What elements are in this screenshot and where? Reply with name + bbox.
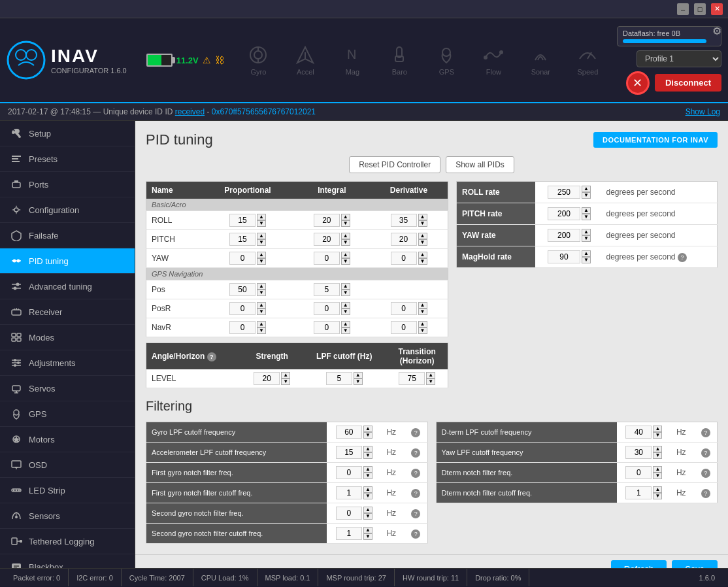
minimize-button[interactable]: – <box>677 3 689 15</box>
posr-i-input[interactable]: ▲▼ <box>299 302 365 315</box>
dterm-notch-cutoff-input[interactable]: ▲▼ <box>622 486 666 499</box>
dterm-notch-cutoff-help[interactable]: ? <box>701 489 710 498</box>
disconnect-button[interactable]: Disconnect <box>655 74 721 92</box>
gyro-notch1-cutoff-input[interactable]: ▲▼ <box>332 486 376 499</box>
sidebar-item-adjustments[interactable]: Adjustments <box>0 350 135 376</box>
accel-lpf-help[interactable]: ? <box>411 448 420 458</box>
show-all-pids-button[interactable]: Show all PIDs <box>446 156 514 173</box>
navr-d-input[interactable]: ▲▼ <box>375 321 442 334</box>
roll-rate-input[interactable]: ▲▼ <box>540 186 599 199</box>
yaw-rate-input[interactable]: ▲▼ <box>540 229 599 242</box>
col-strength: Strength <box>242 343 302 370</box>
sidebar-item-gps[interactable]: GPS <box>0 401 135 427</box>
sidebar-item-presets[interactable]: Presets <box>0 146 135 172</box>
filter-left-col: Gyro LPF cutoff frequency ▲▼ Hz ? Accele… <box>146 422 428 544</box>
gyro-notch1-cutoff-help[interactable]: ? <box>411 489 420 498</box>
sidebar-item-servos[interactable]: Servos <box>0 376 135 401</box>
gyro-notch2-input[interactable]: ▲▼ <box>332 507 376 520</box>
documentation-button[interactable]: DOCUMENTATION FOR INAV <box>593 132 718 148</box>
maghold-help-icon[interactable]: ? <box>678 253 687 262</box>
svg-point-54 <box>15 516 18 518</box>
maximize-button[interactable]: □ <box>694 3 706 15</box>
show-log-link[interactable]: Show Log <box>686 107 720 116</box>
posr-d-input[interactable]: ▲▼ <box>375 302 442 315</box>
nav-sonar[interactable]: Sonar <box>518 41 563 80</box>
yaw-lpf-input[interactable]: ▲▼ <box>622 446 666 459</box>
pos-p-input[interactable]: ▲▼ <box>207 283 288 296</box>
sidebar-item-setup[interactable]: Setup <box>0 121 135 146</box>
sidebar-item-osd[interactable]: OSD <box>0 452 135 478</box>
sidebar-item-blackbox[interactable]: Blackbox <box>0 554 135 568</box>
pitch-rate-input[interactable]: ▲▼ <box>540 207 599 220</box>
gyro-notch2-cutoff-input[interactable]: ▲▼ <box>332 527 376 540</box>
dterm-lpf-input[interactable]: ▲▼ <box>622 426 666 439</box>
sidebar-item-led-strip[interactable]: LED Strip <box>0 478 135 503</box>
section-gps-nav: GPS Navigation <box>146 268 448 280</box>
received-link[interactable]: received <box>175 107 205 116</box>
pitch-d-input[interactable]: ▲▼ <box>375 233 442 246</box>
gyro-notch2-cutoff-help[interactable]: ? <box>411 529 420 539</box>
level-lpf-input[interactable]: ▲▼ <box>307 372 381 385</box>
yaw-name: YAW <box>146 249 202 268</box>
posr-p-input[interactable]: ▲▼ <box>207 302 288 315</box>
nav-speed[interactable]: Speed <box>565 41 610 80</box>
svg-point-1 <box>16 50 26 60</box>
nav-gyro[interactable]: Gyro <box>236 41 280 80</box>
nav-mag[interactable]: N Mag <box>330 41 374 80</box>
dterm-lpf-help[interactable]: ? <box>701 428 710 437</box>
yaw-p-input[interactable]: ▲▼ <box>207 252 288 265</box>
pitch-i-input[interactable]: ▲▼ <box>299 233 365 246</box>
table-row: PITCH ▲▼ ▲▼ ▲▼ <box>146 230 448 249</box>
dterm-notch-help[interactable]: ? <box>701 469 710 478</box>
sidebar-item-receiver[interactable]: Receiver <box>0 299 135 325</box>
refresh-button[interactable]: Refresh <box>611 560 667 568</box>
pitch-p-input[interactable]: ▲▼ <box>207 233 288 246</box>
status-bar: Packet error: 0 I2C error: 0 Cycle Time:… <box>0 568 728 586</box>
dataflash-info: Dataflash: free 0B <box>617 26 721 46</box>
gyro-notch1-input[interactable]: ▲▼ <box>332 466 376 479</box>
sidebar-item-sensors[interactable]: Sensors <box>0 503 135 529</box>
yaw-lpf-help[interactable]: ? <box>701 448 710 458</box>
nav-accel[interactable]: Accel <box>283 41 327 80</box>
gyro-notch2-help[interactable]: ? <box>411 509 420 518</box>
sidebar-item-ports[interactable]: Ports <box>0 172 135 197</box>
sidebar-item-motors[interactable]: Motors <box>0 427 135 452</box>
reset-pid-button[interactable]: Reset PID Controller <box>349 156 440 173</box>
speed-icon <box>577 44 598 65</box>
sidebar-item-failsafe[interactable]: Failsafe <box>0 223 135 248</box>
sidebar-item-modes[interactable]: Modes <box>0 325 135 350</box>
yaw-i-input[interactable]: ▲▼ <box>299 252 365 265</box>
warning-icon: ⚠ <box>203 55 211 65</box>
close-button[interactable]: ✕ <box>711 3 723 15</box>
angle-help-icon[interactable]: ? <box>207 352 216 361</box>
gyro-notch1-help[interactable]: ? <box>411 469 420 478</box>
pos-i-input[interactable]: ▲▼ <box>299 283 365 296</box>
roll-i-input[interactable]: ▲▼ <box>299 214 365 227</box>
profile-select[interactable]: Profile 1 <box>637 50 721 67</box>
gear-button[interactable]: ⚙ <box>712 25 721 37</box>
accel-lpf-input[interactable]: ▲▼ <box>332 446 376 459</box>
maghold-rate-input[interactable]: ▲▼ <box>540 250 599 263</box>
level-transition-input[interactable]: ▲▼ <box>391 372 442 385</box>
navr-i-input[interactable]: ▲▼ <box>299 321 365 334</box>
roll-rate-label: ROLL rate <box>457 182 535 203</box>
main-layout: Setup Presets Ports Configuration Failsa… <box>0 121 728 568</box>
sidebar-item-configuration[interactable]: Configuration <box>0 197 135 223</box>
sidebar-item-tethered-logging[interactable]: Tethered Logging <box>0 529 135 554</box>
dterm-notch-input[interactable]: ▲▼ <box>622 466 666 479</box>
gps-sidebar-icon <box>10 408 22 420</box>
navr-p-input[interactable]: ▲▼ <box>207 321 288 334</box>
roll-d-input[interactable]: ▲▼ <box>375 214 442 227</box>
roll-p-input[interactable]: ▲▼ <box>207 214 288 227</box>
sidebar-item-advanced-tuning[interactable]: Advanced tuning <box>0 274 135 299</box>
save-button[interactable]: Save <box>672 560 718 568</box>
gyro-lpf-input[interactable]: ▲▼ <box>332 426 376 439</box>
gyro-lpf-help[interactable]: ? <box>411 428 420 437</box>
header: ⚙ INAV CONFIGURATOR 1.6.0 11.2V ⚠ ⛓ Gyro… <box>0 18 728 103</box>
level-strength-input[interactable]: ▲▼ <box>247 372 297 385</box>
yaw-d-input[interactable]: ▲▼ <box>375 252 442 265</box>
sidebar-item-pid-tuning[interactable]: PID tuning <box>0 248 135 274</box>
nav-flow[interactable]: Flow <box>471 41 516 80</box>
nav-baro[interactable]: Baro <box>377 41 422 80</box>
nav-gps[interactable]: GPS <box>424 41 469 80</box>
